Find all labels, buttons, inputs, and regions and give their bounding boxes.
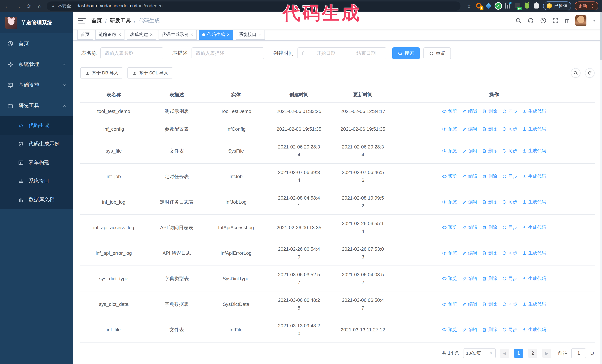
delete-link[interactable]: 删除: [482, 224, 497, 230]
generate-code-link[interactable]: 生成代码: [522, 147, 546, 154]
preview-link[interactable]: 预览: [442, 301, 457, 307]
sidebar-item-infra[interactable]: 基础设施: [0, 75, 73, 95]
sidebar-item-system[interactable]: 系统管理: [0, 54, 73, 75]
extension-check-icon[interactable]: ✓: [495, 3, 501, 9]
page-scrollbar[interactable]: [600, 12, 602, 364]
sidebar-item-codegen-example[interactable]: 代码生成示例: [0, 135, 73, 153]
home-icon[interactable]: ⌂: [36, 3, 43, 9]
profile-paused-badge[interactable]: 已暂停: [543, 1, 571, 10]
extension-terminal-icon[interactable]: on: [515, 3, 520, 9]
tab-codegen[interactable]: 代码生成✕: [199, 30, 233, 40]
tab-tracing[interactable]: 链路追踪✕: [95, 30, 125, 40]
sync-link[interactable]: 同步: [502, 108, 517, 114]
edit-link[interactable]: 编辑: [462, 199, 477, 205]
sidebar-item-home[interactable]: 首页: [0, 33, 73, 54]
refresh-table-button[interactable]: [585, 68, 595, 78]
breadcrumb-devtools[interactable]: 研发工具: [110, 17, 131, 24]
edit-link[interactable]: 编辑: [462, 275, 477, 282]
search-icon[interactable]: [515, 18, 522, 24]
end-date-input[interactable]: 结束日期: [350, 50, 382, 57]
generate-code-link[interactable]: 生成代码: [522, 301, 546, 307]
preview-link[interactable]: 预览: [442, 108, 457, 114]
hamburger-icon[interactable]: [78, 18, 86, 24]
generate-code-link[interactable]: 生成代码: [522, 199, 546, 205]
avatar-caret-icon[interactable]: ▼: [592, 19, 596, 23]
generate-code-link[interactable]: 生成代码: [522, 126, 546, 132]
edit-link[interactable]: 编辑: [462, 173, 477, 179]
font-size-icon[interactable]: tT: [565, 18, 570, 24]
preview-link[interactable]: 预览: [442, 224, 457, 230]
bookmark-star-icon[interactable]: ☆: [465, 3, 473, 9]
generate-code-link[interactable]: 生成代码: [522, 275, 546, 282]
forward-icon[interactable]: →: [14, 3, 22, 9]
sync-link[interactable]: 同步: [502, 173, 517, 179]
close-icon[interactable]: ✕: [258, 33, 262, 37]
sync-link[interactable]: 同步: [502, 301, 517, 307]
delete-link[interactable]: 删除: [482, 147, 497, 154]
scrollbar-thumb[interactable]: [600, 12, 602, 60]
address-bar[interactable]: ▲ 不安全 dashboard.yudao.iocoder.cn/tool/co…: [47, 1, 461, 10]
close-icon[interactable]: ✕: [150, 33, 153, 37]
edit-link[interactable]: 编辑: [462, 108, 477, 114]
close-icon[interactable]: ✕: [118, 33, 121, 37]
sync-link[interactable]: 同步: [502, 250, 517, 256]
edit-link[interactable]: 编辑: [462, 326, 477, 333]
sidebar-item-form-builder[interactable]: 表单构建: [0, 153, 73, 172]
delete-link[interactable]: 删除: [482, 173, 497, 179]
breadcrumb-home[interactable]: 首页: [92, 17, 102, 24]
toggle-search-button[interactable]: [571, 68, 580, 78]
delete-link[interactable]: 删除: [482, 250, 497, 256]
extension-puzzle-icon[interactable]: [534, 3, 540, 9]
update-button[interactable]: 更新 ⋮: [575, 1, 598, 10]
sync-link[interactable]: 同步: [502, 199, 517, 205]
tab-system-api[interactable]: 系统接口✕: [236, 30, 265, 40]
tab-codegen-example[interactable]: 代码生成示例✕: [159, 30, 197, 40]
extension-bug-icon[interactable]: [524, 3, 530, 9]
preview-link[interactable]: 预览: [442, 126, 457, 132]
kebab-menu-icon[interactable]: ⋮: [590, 4, 595, 8]
generate-code-link[interactable]: 生成代码: [522, 173, 546, 179]
sync-link[interactable]: 同步: [502, 147, 517, 154]
preview-link[interactable]: 预览: [442, 250, 457, 256]
edit-link[interactable]: 编辑: [462, 126, 477, 132]
import-db-button[interactable]: 基于 DB 导入: [80, 67, 123, 79]
edit-link[interactable]: 编辑: [462, 147, 477, 154]
delete-link[interactable]: 删除: [482, 301, 497, 307]
avatar[interactable]: [575, 15, 586, 26]
preview-link[interactable]: 预览: [442, 147, 457, 154]
extension-ring-icon[interactable]: 1: [476, 3, 482, 9]
extension-columns-icon[interactable]: [505, 3, 511, 9]
preview-link[interactable]: 预览: [442, 199, 457, 205]
delete-link[interactable]: 删除: [482, 275, 497, 282]
sidebar-item-system-api[interactable]: 系统接口: [0, 172, 73, 190]
reload-icon[interactable]: ⟳: [25, 3, 32, 9]
generate-code-link[interactable]: 生成代码: [522, 108, 546, 114]
next-page-button[interactable]: ▶: [542, 349, 551, 358]
sync-link[interactable]: 同步: [502, 126, 517, 132]
edit-link[interactable]: 编辑: [462, 301, 477, 307]
delete-link[interactable]: 删除: [482, 199, 497, 205]
sidebar-item-codegen[interactable]: 代码生成: [0, 116, 73, 135]
page-button-2[interactable]: 2: [528, 349, 537, 358]
page-size-select[interactable]: 10条/页 ▼: [463, 348, 496, 358]
generate-code-link[interactable]: 生成代码: [522, 326, 546, 333]
reset-button[interactable]: 重置: [423, 47, 451, 59]
generate-code-link[interactable]: 生成代码: [522, 224, 546, 230]
preview-link[interactable]: 预览: [442, 326, 457, 333]
table-desc-input[interactable]: 请输入表描述: [192, 47, 264, 59]
github-icon[interactable]: [527, 17, 534, 24]
back-icon[interactable]: ←: [4, 3, 11, 9]
delete-link[interactable]: 删除: [482, 108, 497, 114]
edit-link[interactable]: 编辑: [462, 224, 477, 230]
close-icon[interactable]: ✕: [190, 33, 194, 37]
edit-link[interactable]: 编辑: [462, 250, 477, 256]
sync-link[interactable]: 同步: [502, 275, 517, 282]
start-date-input[interactable]: 开始日期: [310, 50, 342, 57]
preview-link[interactable]: 预览: [442, 275, 457, 282]
sidebar-logo[interactable]: 芋道管理系统: [0, 12, 73, 33]
extension-gem-icon[interactable]: [486, 3, 492, 9]
fullscreen-icon[interactable]: [552, 18, 559, 24]
page-button-1[interactable]: 1: [514, 349, 523, 358]
preview-link[interactable]: 预览: [442, 173, 457, 179]
tab-form-builder[interactable]: 表单构建✕: [127, 30, 156, 40]
